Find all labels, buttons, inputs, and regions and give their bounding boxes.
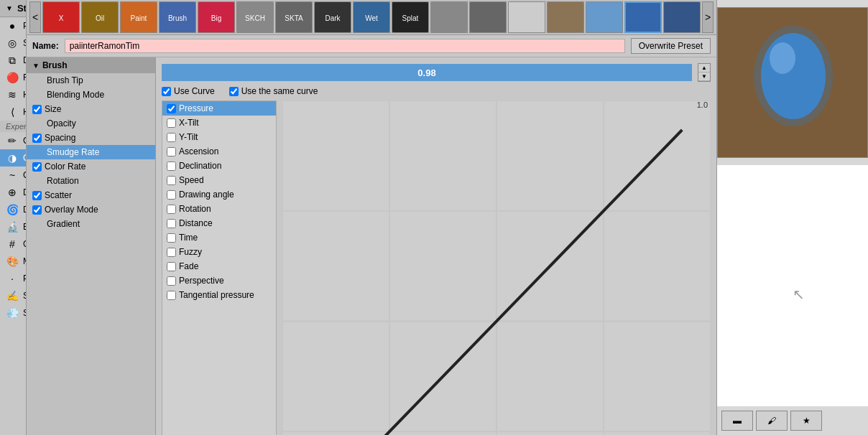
sensor-drawing-angle-checkbox[interactable] <box>167 190 176 200</box>
size-checkbox[interactable] <box>32 105 42 114</box>
sensor-pressure-checkbox[interactable] <box>167 104 176 113</box>
sidebar-item-duplicate[interactable]: ⧉Duplicate <box>0 52 26 69</box>
curve-value-down[interactable]: ▼ <box>698 72 710 81</box>
preset-thumb-preset-lightblue[interactable] <box>586 1 623 33</box>
brush-setting-overlay-mode[interactable]: Overlay Mode <box>27 202 155 217</box>
sidebar-item-smudge-brush[interactable]: ◎Smudge Brush <box>0 34 26 52</box>
use-same-curve-label[interactable]: Use the same curve <box>229 86 318 96</box>
preset-thumb-preset-oil[interactable]: Oil <box>81 1 119 33</box>
preset-oil-preview: Oil <box>82 2 118 32</box>
brush-setting-opacity[interactable]: Opacity <box>27 116 155 131</box>
sidebar-item-hatching-brush[interactable]: ⟨Hatching brush <box>0 103 26 121</box>
name-input[interactable] <box>65 39 625 53</box>
gradient-label: Gradient <box>47 219 80 229</box>
sensor-declination-checkbox[interactable] <box>167 162 176 171</box>
sensor-distance[interactable]: Distance <box>162 216 276 230</box>
preset-left-arrow[interactable]: < <box>29 1 41 33</box>
preset-thumb-preset-x[interactable]: X <box>42 1 80 33</box>
preview-btn-3[interactable]: ★ <box>790 411 822 431</box>
brush-setting-spacing[interactable]: Spacing <box>27 131 155 145</box>
overwrite-preset-button[interactable]: Overwrite Preset <box>631 38 711 54</box>
preset-thumb-preset-skch[interactable]: SKCH <box>236 1 274 33</box>
sensor-pressure[interactable]: Pressure <box>162 101 276 116</box>
preset-thumb-preset-brush[interactable]: Brush <box>159 1 196 33</box>
preset-thumb-preset-paint[interactable]: Paint <box>120 1 157 33</box>
preset-thumb-preset-dark[interactable]: Dark <box>314 1 351 33</box>
preview-btn-1[interactable]: ▬ <box>721 411 753 431</box>
color-rate-checkbox[interactable] <box>32 162 42 172</box>
curve-value-spinners[interactable]: ▲ ▼ <box>698 63 711 82</box>
preset-thumb-preset-brown[interactable] <box>547 1 584 33</box>
curve-value-up[interactable]: ▲ <box>698 64 710 72</box>
preset-thumb-preset-gray2[interactable] <box>469 1 507 33</box>
sidebar-item-grid-brush[interactable]: #Grid brush <box>0 235 26 253</box>
sensor-tangential-pressure[interactable]: Tangential pressure <box>162 288 276 302</box>
sensor-drawing-angle[interactable]: Drawing angle <box>162 187 276 202</box>
sensor-perspective-checkbox[interactable] <box>167 276 176 286</box>
use-curve-checkbox[interactable] <box>162 87 171 96</box>
preset-thumb-preset-big[interactable]: Big <box>198 1 235 33</box>
sidebar-item-spray-brush[interactable]: 💨Spray brush <box>0 304 26 322</box>
use-curve-label[interactable]: Use Curve <box>162 86 215 96</box>
svg-text:SKCH: SKCH <box>245 14 265 22</box>
brush-setting-smudge-rate[interactable]: Smudge Rate <box>27 145 155 159</box>
svg-rect-21 <box>470 2 506 32</box>
brush-setting-rotation[interactable]: Rotation <box>27 174 155 188</box>
sensor-perspective[interactable]: Perspective <box>162 273 276 288</box>
preset-thumb-preset-wet[interactable]: Wet <box>353 1 390 33</box>
sensor-rotation-checkbox[interactable] <box>167 205 176 214</box>
sensor-speed[interactable]: Speed <box>162 173 276 187</box>
use-same-curve-checkbox[interactable] <box>229 87 239 96</box>
sidebar-item-filter-brush[interactable]: 🔴Filter Brush <box>0 69 26 86</box>
sensor-speed-checkbox[interactable] <box>167 176 176 185</box>
sidebar-item-sketch-brush[interactable]: ✍Sketch brush <box>0 287 26 304</box>
sidebar-item-deform-brush[interactable]: ⊕Deform brush <box>0 184 26 201</box>
curve-graph-svg[interactable] <box>282 100 711 435</box>
sidebar-item-color-smudge-brush[interactable]: ◑Color Smudge Brush <box>0 149 26 167</box>
preview-btn-2[interactable]: 🖌 <box>756 411 788 431</box>
sensor-fade[interactable]: Fade <box>162 259 276 273</box>
sensor-ascension[interactable]: Ascension <box>162 144 276 159</box>
preset-thumb-preset-gray1[interactable] <box>430 1 468 33</box>
preset-thumb-preset-empty1[interactable] <box>508 1 545 33</box>
sensor-x-tilt-checkbox[interactable] <box>167 118 176 128</box>
preset-darkblue-preview <box>664 2 700 32</box>
brush-setting-size[interactable]: Size <box>27 102 155 116</box>
scatter-checkbox[interactable] <box>32 191 42 200</box>
sensor-fade-checkbox[interactable] <box>167 262 176 271</box>
sidebar-item-experiment-brush[interactable]: 🔬Experiment brush <box>0 218 26 235</box>
curve-checkboxes: Use Curve Use the same curve <box>162 86 711 96</box>
preset-thumb-preset-darkblue[interactable] <box>663 1 701 33</box>
curve-top: 0.98 ▲ ▼ <box>162 63 711 82</box>
preset-thumb-preset-blue[interactable] <box>624 1 662 33</box>
spacing-checkbox[interactable] <box>32 134 42 143</box>
sidebar-item-mypaint-brush[interactable]: 🎨MyPaint brush <box>0 253 26 270</box>
sensor-tangential-pressure-checkbox[interactable] <box>167 291 176 300</box>
preset-thumb-preset-skta[interactable]: SKTA <box>275 1 313 33</box>
sensor-fuzzy[interactable]: Fuzzy <box>162 245 276 259</box>
sensor-y-tilt-checkbox[interactable] <box>167 133 176 142</box>
preset-thumb-preset-splat[interactable]: Splat <box>392 1 429 33</box>
sensor-declination[interactable]: Declination <box>162 159 276 173</box>
sensor-x-tilt[interactable]: X-Tilt <box>162 116 276 130</box>
sensor-time[interactable]: Time <box>162 230 276 245</box>
sensor-y-tilt[interactable]: Y-Tilt <box>162 130 276 144</box>
sensor-fuzzy-checkbox[interactable] <box>167 248 176 257</box>
brush-setting-gradient[interactable]: Gradient <box>27 217 155 231</box>
brush-setting-scatter[interactable]: Scatter <box>27 188 155 202</box>
sensor-time-checkbox[interactable] <box>167 233 176 243</box>
preset-right-arrow[interactable]: > <box>702 1 714 33</box>
sensor-rotation[interactable]: Rotation <box>162 202 276 216</box>
sidebar-item-dyna-brush[interactable]: 🌀Dyna brush <box>0 201 26 218</box>
sidebar-item-particle-brush[interactable]: ·Particle brush <box>0 270 26 287</box>
brush-setting-blending-mode[interactable]: Blending Mode <box>27 88 155 102</box>
overlay-mode-checkbox[interactable] <box>32 205 42 215</box>
sidebar-item-pixel-brush[interactable]: ●Pixel Brush <box>0 17 26 34</box>
sensor-distance-checkbox[interactable] <box>167 219 176 228</box>
sidebar-item-chalk-brush[interactable]: ✏Chalk brush <box>0 132 26 149</box>
sidebar-item-curve-brush[interactable]: ~Curve brush <box>0 167 26 184</box>
brush-setting-brush-tip[interactable]: Brush Tip <box>27 73 155 88</box>
sidebar-item-hairy-brush[interactable]: ≋Hairy brush <box>0 86 26 103</box>
brush-setting-color-rate[interactable]: Color Rate <box>27 159 155 174</box>
sensor-ascension-checkbox[interactable] <box>167 147 176 156</box>
